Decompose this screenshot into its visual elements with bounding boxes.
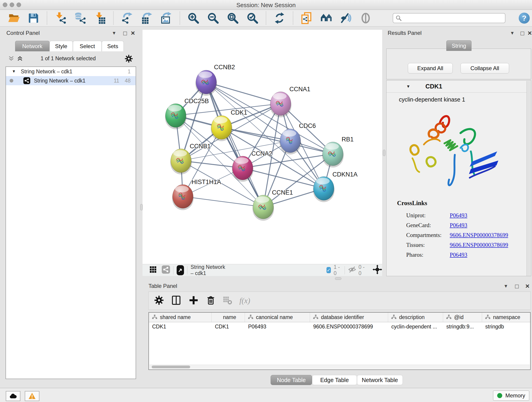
- tree-column-icon: [152, 314, 158, 320]
- tab-string[interactable]: String: [446, 40, 472, 51]
- pan-crosshair-icon[interactable]: [373, 265, 382, 276]
- protein-expander-icon[interactable]: ▼: [406, 84, 410, 89]
- collapse-all-button[interactable]: Collapse All: [461, 63, 509, 74]
- export-table-icon[interactable]: [140, 12, 153, 25]
- crosslink-genecard-link[interactable]: P06493: [450, 222, 467, 229]
- column-header-description[interactable]: description: [388, 313, 443, 322]
- tab-network[interactable]: Network: [15, 41, 50, 51]
- collection-expander-icon[interactable]: ▼: [12, 69, 16, 74]
- node-label-CDC6: CDC6: [299, 122, 316, 129]
- tab-style[interactable]: Style: [50, 41, 73, 51]
- column-header-id[interactable]: @id: [443, 313, 482, 322]
- control-panel-close-icon[interactable]: ✕: [131, 30, 135, 36]
- column-label: description: [399, 314, 424, 320]
- network-options-gear-icon[interactable]: [125, 55, 133, 64]
- tab-network-table[interactable]: Network Table: [357, 375, 403, 385]
- zoom-in-icon[interactable]: [187, 12, 200, 25]
- results-panel-close-icon[interactable]: ✕: [527, 30, 532, 36]
- collection-count: 1: [128, 69, 131, 75]
- left-splitter-handle[interactable]: [140, 204, 143, 211]
- delete-table-icon: [223, 296, 232, 306]
- cell-database-identifier: 9606.ENSP00000378699: [310, 324, 388, 330]
- tab-select[interactable]: Select: [73, 41, 102, 51]
- node-RB1[interactable]: [322, 142, 344, 167]
- column-header-database-identifier[interactable]: database identifier: [310, 313, 388, 322]
- crosslink-uniprot-link[interactable]: P06493: [450, 212, 467, 219]
- control-panel-collapse-icon[interactable]: ▼: [112, 31, 116, 36]
- node-CCNB2[interactable]: [196, 70, 217, 96]
- column-header-canonical-name[interactable]: canonical name: [245, 313, 310, 322]
- crosslink-pharos-link[interactable]: P06493: [450, 252, 467, 258]
- import-table-file-icon[interactable]: [94, 12, 106, 25]
- open-session-icon[interactable]: [7, 12, 20, 25]
- node-CCNA2[interactable]: [232, 156, 253, 182]
- node-CCNE1[interactable]: [253, 195, 274, 221]
- control-panel-maximize-icon[interactable]: □: [123, 30, 127, 37]
- table-row[interactable]: CDK1 CDK1 P06493 9606.ENSP00000378699 cy…: [149, 322, 530, 331]
- tab-sets[interactable]: Sets: [102, 41, 124, 51]
- new-network-from-selection-icon[interactable]: [300, 12, 313, 25]
- network-collection-row[interactable]: ▼ String Network – cdk1 1: [6, 67, 136, 76]
- column-header-name[interactable]: name: [212, 313, 245, 322]
- protein-description: cyclin-dependent kinase 1: [399, 96, 531, 103]
- node-CCNA1[interactable]: [270, 92, 291, 117]
- zoom-fit-icon[interactable]: [226, 12, 239, 25]
- bottom-splitter-handle[interactable]: [335, 277, 341, 280]
- save-session-icon[interactable]: [27, 12, 40, 25]
- selected-checkbox-icon[interactable]: ✓: [326, 267, 331, 273]
- show-columns-icon[interactable]: [171, 295, 181, 306]
- hide-selected-icon[interactable]: [340, 12, 352, 25]
- refresh-icon[interactable]: [273, 12, 286, 25]
- table-panel-collapse-icon[interactable]: ▼: [504, 283, 508, 289]
- network-row[interactable]: String Network – cdk1 11 48: [6, 76, 136, 85]
- add-column-icon[interactable]: [189, 295, 199, 306]
- network-canvas[interactable]: CCNB2CCNA1CDC25BCDK1CDC6RB1CCNB1CCNA2CDK…: [143, 30, 382, 264]
- results-panel-maximize-icon[interactable]: □: [520, 30, 524, 37]
- table-settings-gear-icon[interactable]: [154, 295, 164, 306]
- network-view-type-icon[interactable]: [162, 265, 170, 275]
- tab-edge-table[interactable]: Edge Table: [312, 375, 357, 385]
- zoom-out-icon[interactable]: [207, 12, 220, 25]
- node-CDC6[interactable]: [279, 129, 301, 154]
- column-header-shared-name[interactable]: shared name: [149, 313, 212, 322]
- results-panel-collapse-icon[interactable]: ▼: [510, 31, 515, 36]
- expand-all-button[interactable]: Expand All: [408, 63, 453, 74]
- main-toolbar: ?: [0, 10, 532, 27]
- node-CDC25B[interactable]: [165, 104, 186, 129]
- table-panel-close-icon[interactable]: ✕: [525, 283, 530, 289]
- zoom-selected-icon[interactable]: [246, 12, 259, 25]
- node-table: shared name name canonical name database…: [148, 312, 531, 370]
- crosslink-tissues-link[interactable]: 9606.ENSP00000378699: [450, 242, 508, 248]
- table-panel-title: Table Panel: [148, 283, 177, 289]
- import-network-database-icon[interactable]: [74, 12, 87, 25]
- column-label: @id: [454, 314, 463, 320]
- node-label-CDC25B: CDC25B: [184, 98, 209, 104]
- right-splitter-handle[interactable]: [383, 150, 385, 156]
- first-neighbors-icon[interactable]: [320, 12, 333, 25]
- cloud-status-button[interactable]: [6, 391, 20, 401]
- node-CDK1[interactable]: [211, 115, 232, 141]
- node-CDKN1A[interactable]: [313, 177, 335, 202]
- search-input[interactable]: [393, 13, 505, 23]
- tree-column-icon: [391, 314, 397, 320]
- warnings-button[interactable]: [25, 391, 39, 401]
- crosslink-compartments-link[interactable]: 9606.ENSP00000378699: [450, 232, 508, 238]
- grid-view-icon[interactable]: [149, 266, 157, 274]
- export-image-icon[interactable]: [160, 12, 173, 25]
- export-network-icon[interactable]: [120, 12, 133, 25]
- import-network-file-icon[interactable]: [54, 12, 67, 25]
- help-button[interactable]: ?: [519, 13, 530, 24]
- table-panel-maximize-icon[interactable]: □: [515, 283, 519, 290]
- show-all-icon[interactable]: [359, 12, 372, 25]
- results-scrollbar[interactable]: [526, 81, 530, 276]
- crosslink-label: GeneCard:: [406, 222, 450, 229]
- scrollbar-thumb[interactable]: [152, 366, 190, 368]
- delete-column-trash-icon[interactable]: [206, 295, 215, 306]
- birds-eye-view-icon[interactable]: [177, 265, 184, 275]
- node-CCNB1[interactable]: [170, 149, 192, 174]
- node-HIST1H1A[interactable]: [172, 185, 194, 210]
- tab-node-table[interactable]: Node Table: [271, 375, 312, 385]
- hidden-eye-slash-icon[interactable]: [348, 265, 356, 275]
- memory-button[interactable]: Memory: [493, 390, 529, 401]
- column-header-namespace[interactable]: namespace: [482, 313, 530, 322]
